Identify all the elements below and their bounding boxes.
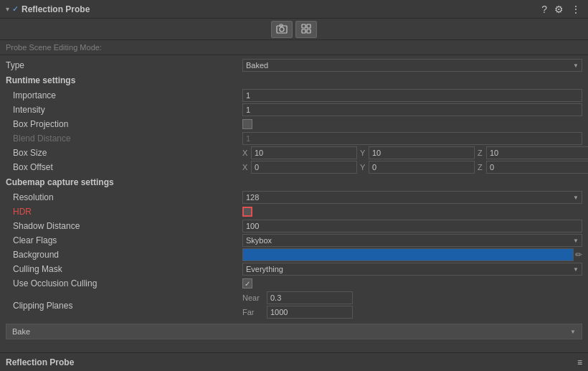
culling-mask-dropdown-arrow: ▼ — [573, 266, 579, 273]
intensity-row: Intensity — [0, 103, 588, 117]
culling-mask-label: Culling Mask — [6, 264, 242, 274]
runtime-section-label: Runtime settings — [6, 75, 75, 85]
intensity-input[interactable] — [242, 103, 582, 116]
type-dropdown-arrow: ▼ — [573, 62, 579, 69]
resolution-row: Resolution 128 ▼ — [0, 190, 588, 205]
clear-flags-dropdown-arrow: ▼ — [573, 238, 579, 244]
bottom-panel-icon[interactable]: ≡ — [577, 357, 582, 367]
box-projection-value — [242, 119, 582, 129]
near-clip-input[interactable] — [267, 291, 353, 304]
near-clip-label: Near — [242, 293, 264, 302]
box-offset-y-input[interactable] — [369, 161, 475, 174]
box-size-row: Box Size X Y Z — [0, 146, 588, 160]
runtime-section-header: Runtime settings — [0, 72, 588, 88]
resolution-value: 128 ▼ — [242, 191, 582, 204]
settings-button[interactable]: ⚙ — [553, 4, 565, 15]
resolution-dropdown-arrow: ▼ — [573, 194, 579, 201]
importance-row: Importance — [0, 88, 588, 103]
resolution-dropdown-text: 128 — [246, 193, 259, 202]
box-offset-xyz: X Y Z — [242, 161, 588, 174]
importance-label: Importance — [6, 90, 242, 100]
box-size-xyz: X Y Z — [242, 146, 588, 159]
far-clip-label: Far — [242, 308, 264, 316]
toolbar — [0, 19, 588, 40]
hdr-row: HDR — [0, 205, 588, 219]
importance-value — [242, 89, 582, 102]
svg-point-1 — [280, 27, 284, 32]
bottom-panel: Reflection Probe ≡ — [0, 352, 588, 371]
clipping-planes-label: Clipping Planes — [6, 301, 242, 311]
more-button[interactable]: ⋮ — [569, 4, 582, 15]
bottom-panel-title: Reflection Probe — [6, 357, 74, 367]
box-size-z-label: Z — [478, 149, 485, 157]
header-left: ▾ ✓ Reflection Probe — [6, 4, 540, 14]
help-button[interactable]: ? — [540, 4, 549, 15]
type-dropdown[interactable]: Baked ▼ — [242, 59, 582, 72]
svg-rect-5 — [302, 29, 305, 33]
culling-mask-dropdown[interactable]: Everything ▼ — [242, 263, 582, 276]
intensity-label: Intensity — [6, 105, 242, 115]
box-size-x-field: X — [242, 146, 357, 159]
background-label: Background — [6, 250, 242, 260]
background-color-swatch[interactable] — [242, 248, 574, 261]
box-offset-z-field: Z — [478, 161, 588, 174]
box-offset-z-input[interactable] — [486, 161, 588, 174]
type-dropdown-text: Baked — [246, 61, 268, 70]
panel-title: Reflection Probe — [22, 4, 90, 14]
box-offset-x-input[interactable] — [251, 161, 357, 174]
blend-distance-label: Blend Distance — [6, 133, 242, 144]
resolution-label: Resolution — [6, 192, 242, 202]
box-offset-y-label: Y — [360, 163, 367, 172]
box-size-x-input[interactable] — [251, 146, 357, 159]
box-size-x-label: X — [242, 149, 250, 157]
hdr-checkbox[interactable] — [242, 207, 252, 217]
camera-button[interactable] — [271, 21, 293, 38]
bake-dropdown[interactable]: Bake ▼ — [6, 324, 582, 339]
svg-rect-3 — [302, 24, 305, 28]
panel-header: ▾ ✓ Reflection Probe ? ⚙ ⋮ — [0, 0, 588, 19]
clipping-planes-value: Near Far — [242, 291, 582, 320]
box-projection-label: Box Projection — [6, 119, 242, 129]
box-size-z-input[interactable] — [486, 146, 588, 159]
intensity-value — [242, 103, 582, 116]
bake-row: Bake ▼ — [0, 321, 588, 342]
hdr-value — [242, 207, 582, 217]
clear-flags-dropdown[interactable]: Skybox ▼ — [242, 234, 582, 247]
clipping-planes-row: Clipping Planes Near Far — [0, 291, 588, 321]
resolution-dropdown[interactable]: 128 ▼ — [242, 191, 582, 204]
far-clip-row: Far — [242, 306, 582, 319]
shadow-distance-value — [242, 220, 582, 233]
importance-input[interactable] — [242, 89, 582, 102]
svg-rect-6 — [307, 29, 310, 33]
hdr-label: HDR — [6, 207, 242, 217]
reflection-probe-panel: ▾ ✓ Reflection Probe ? ⚙ ⋮ — [0, 0, 588, 371]
use-occlusion-row: Use Occlusion Culling — [0, 276, 588, 291]
cubemap-section-label: Cubemap capture settings — [6, 177, 114, 187]
culling-mask-row: Culling Mask Everything ▼ — [0, 262, 588, 276]
shadow-distance-label: Shadow Distance — [6, 221, 242, 231]
check-icon[interactable]: ✓ — [12, 4, 19, 14]
box-size-label: Box Size — [6, 148, 242, 158]
far-clip-input[interactable] — [267, 306, 353, 319]
properties-content: Type Baked ▼ Runtime settings Importance… — [0, 55, 588, 352]
header-icons: ? ⚙ ⋮ — [540, 4, 582, 15]
culling-mask-dropdown-text: Everything — [246, 265, 283, 273]
blend-distance-value — [242, 132, 582, 145]
background-pencil-button[interactable]: ✏ — [575, 250, 582, 260]
background-row: Background ✏ — [0, 248, 588, 262]
type-label: Type — [6, 60, 242, 70]
shadow-distance-input[interactable] — [242, 220, 582, 233]
box-size-z-field: Z — [478, 146, 588, 159]
box-projection-row: Box Projection — [0, 117, 588, 131]
blend-distance-row: Blend Distance — [0, 131, 588, 146]
clear-flags-row: Clear Flags Skybox ▼ — [0, 233, 588, 248]
use-occlusion-checkbox[interactable] — [242, 278, 252, 288]
box-offset-z-label: Z — [478, 163, 485, 172]
collapse-icon[interactable]: ▾ — [6, 5, 9, 13]
box-offset-value: X Y Z — [242, 161, 588, 174]
box-projection-checkbox[interactable] — [242, 119, 252, 129]
use-occlusion-label: Use Occlusion Culling — [6, 278, 242, 288]
box-offset-x-field: X — [242, 161, 357, 174]
box-size-y-input[interactable] — [369, 146, 475, 159]
grid-button[interactable] — [295, 21, 317, 38]
